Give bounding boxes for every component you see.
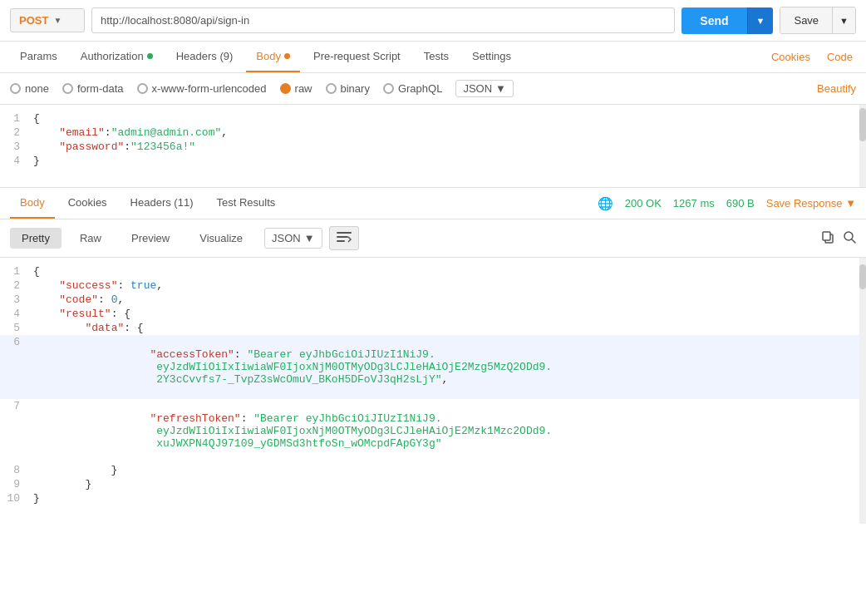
radio-none[interactable]: none (10, 82, 49, 95)
req-linenum-2: 2 (0, 126, 33, 139)
fmt-visualize-button[interactable]: Visualize (188, 228, 254, 249)
resp-scrollbar-thumb (859, 264, 866, 289)
resp-tab-headers[interactable]: Headers (11) (121, 188, 204, 219)
resp-line-6: 6 "accessToken": "Bearer eyJhbGciOiJIUzI… (0, 335, 866, 399)
resp-linecontent-4: "result": { (33, 308, 866, 320)
resp-linecontent-1: { (33, 265, 866, 278)
response-icons (821, 230, 856, 247)
radio-raw[interactable]: raw (280, 82, 312, 95)
response-format-bar: Pretty Raw Preview Visualize JSON ▼ (0, 219, 866, 258)
code-link[interactable]: Code (824, 42, 856, 71)
resp-linenum-6: 6 (0, 336, 33, 348)
req-linenum-3: 3 (0, 140, 33, 153)
beautify-button[interactable]: Beautify (817, 82, 856, 95)
resp-linecontent-3: "code": 0, (33, 293, 866, 306)
json-format-selector[interactable]: JSON ▼ (455, 80, 514, 97)
method-label: POST (19, 14, 48, 27)
wrap-button[interactable] (329, 226, 359, 250)
req-line-1: 1 { (0, 111, 866, 126)
resp-tab-testresults[interactable]: Test Results (206, 188, 285, 219)
req-scrollbar[interactable] (859, 105, 866, 187)
tab-prerequest[interactable]: Pre-request Script (303, 42, 411, 72)
radio-binary[interactable]: binary (326, 82, 370, 95)
fmt-pretty-button[interactable]: Pretty (10, 228, 62, 249)
response-status-area: 🌐 200 OK 1267 ms 690 B Save Response ▼ (598, 196, 856, 211)
resp-line-3: 3 "code": 0, (0, 293, 866, 307)
authorization-dot (147, 53, 153, 59)
save-arrow-button[interactable]: ▼ (832, 7, 855, 33)
svg-line-6 (852, 239, 855, 243)
json-format-chevron: ▼ (495, 82, 506, 95)
fmt-raw-button[interactable]: Raw (68, 228, 113, 249)
json-format-label: JSON (463, 82, 492, 95)
resp-linenum-2: 2 (0, 279, 33, 292)
tab-headers-label: Headers (9) (176, 50, 234, 62)
resp-line-7: 7 "refreshToken": "Bearer eyJhbGciOiJIUz… (0, 399, 866, 463)
resp-linenum-10: 10 (0, 492, 33, 505)
resp-linenum-8: 8 (0, 464, 33, 476)
radio-formdata[interactable]: form-data (62, 82, 124, 95)
radio-urlencoded-circle (137, 83, 148, 94)
request-code-editor[interactable]: 1 { 2 "email":"admin@admin.com", 3 "pass… (0, 105, 866, 188)
radio-binary-circle (326, 83, 337, 94)
radio-urlencoded[interactable]: x-www-form-urlencoded (137, 82, 267, 95)
req-line-4: 4 } (0, 154, 866, 168)
response-time: 1267 ms (673, 197, 715, 209)
request-tabs: Params Authorization Headers (9) Body Pr… (0, 42, 866, 73)
radio-formdata-label: form-data (77, 82, 124, 95)
req-scrollbar-thumb (859, 108, 866, 141)
fmt-preview-button[interactable]: Preview (120, 228, 181, 249)
radio-raw-label: raw (295, 82, 312, 95)
req-line-2: 2 "email":"admin@admin.com", (0, 126, 866, 140)
url-input[interactable] (91, 7, 675, 33)
tab-body[interactable]: Body (246, 42, 300, 72)
resp-line-10: 10 } (0, 491, 866, 505)
tab-prerequest-label: Pre-request Script (313, 50, 401, 62)
resp-line-4: 4 "result": { (0, 307, 866, 321)
cookies-link[interactable]: Cookies (768, 42, 814, 71)
resp-linecontent-7: "refreshToken": "Bearer eyJhbGciOiJIUzI1… (33, 400, 866, 462)
save-response-chevron: ▼ (845, 197, 856, 209)
tab-tests[interactable]: Tests (414, 42, 459, 72)
resp-tab-body-label: Body (20, 196, 45, 209)
response-json-label: JSON (272, 232, 301, 244)
search-icon[interactable] (843, 230, 856, 247)
resp-linecontent-9: } (33, 478, 866, 490)
req-tab-right: Cookies Code (768, 42, 856, 71)
req-line-3: 3 "password":"123456a!" (0, 140, 866, 154)
req-linecontent-4: } (33, 155, 866, 167)
resp-linenum-7: 7 (0, 400, 33, 412)
resp-scrollbar[interactable] (859, 258, 866, 524)
response-size: 690 B (726, 197, 755, 209)
resp-linecontent-8: } (33, 464, 866, 476)
resp-linecontent-5: "data": { (33, 322, 866, 334)
copy-icon[interactable] (821, 230, 834, 247)
resp-linecontent-10: } (33, 492, 866, 505)
radio-graphql[interactable]: GraphQL (383, 82, 442, 95)
radio-urlencoded-label: x-www-form-urlencoded (152, 82, 267, 95)
response-json-chevron: ▼ (304, 232, 315, 244)
save-button[interactable]: Save (780, 7, 832, 33)
method-select[interactable]: POST ▼ (10, 8, 85, 32)
response-json-selector[interactable]: JSON ▼ (264, 228, 322, 249)
resp-line-5: 5 "data": { (0, 321, 866, 335)
radio-raw-circle (280, 83, 291, 94)
save-button-group: Save ▼ (780, 7, 856, 34)
resp-line-8: 8 } (0, 463, 866, 477)
resp-linenum-3: 3 (0, 293, 33, 306)
radio-none-circle (10, 83, 21, 94)
resp-tab-cookies[interactable]: Cookies (58, 188, 117, 219)
tab-authorization[interactable]: Authorization (71, 42, 163, 72)
resp-tab-cookies-label: Cookies (68, 196, 107, 209)
tab-settings[interactable]: Settings (462, 42, 521, 72)
send-button[interactable]: Send (681, 7, 746, 34)
save-response-button[interactable]: Save Response ▼ (766, 197, 856, 209)
tab-params-label: Params (20, 50, 57, 62)
tab-params[interactable]: Params (10, 42, 67, 72)
tab-headers[interactable]: Headers (9) (166, 42, 244, 72)
svg-rect-4 (823, 232, 830, 240)
send-arrow-button[interactable]: ▼ (747, 7, 774, 34)
resp-tab-body[interactable]: Body (10, 188, 55, 219)
send-button-group: Send ▼ (681, 7, 773, 34)
resp-linecontent-2: "success": true, (33, 279, 866, 292)
